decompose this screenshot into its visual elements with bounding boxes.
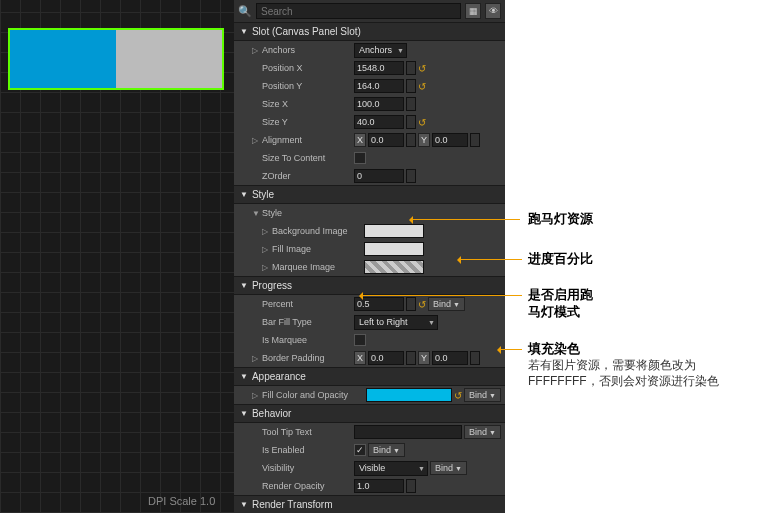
- marquee-image-label: Marquee Image: [272, 262, 364, 272]
- anno-fill-color: 填充染色: [528, 341, 580, 358]
- anchors-dropdown[interactable]: Anchors: [354, 43, 407, 58]
- bar-fill-type-label: Bar Fill Type: [262, 317, 354, 327]
- tooltip-bind-button[interactable]: Bind: [464, 425, 501, 439]
- size-x-label: Size X: [262, 99, 354, 109]
- fill-image-swatch[interactable]: [364, 242, 424, 256]
- position-x-label: Position X: [262, 63, 354, 73]
- is-enabled-checkbox[interactable]: ✓: [354, 444, 366, 456]
- tooltip-input[interactable]: [354, 425, 462, 439]
- eye-icon[interactable]: 👁: [485, 3, 501, 19]
- visibility-dropdown[interactable]: Visible: [354, 461, 428, 476]
- zorder-label: ZOrder: [262, 171, 354, 181]
- is-enabled-bind-button[interactable]: Bind: [368, 443, 405, 457]
- size-to-content-checkbox[interactable]: [354, 152, 366, 164]
- anno-marquee: 跑马灯资源: [528, 211, 593, 228]
- reset-icon[interactable]: ↺: [418, 299, 426, 310]
- section-slot[interactable]: ▼Slot (Canvas Panel Slot): [234, 22, 505, 41]
- is-marquee-checkbox[interactable]: [354, 334, 366, 346]
- visibility-bind-button[interactable]: Bind: [430, 461, 467, 475]
- is-enabled-label: Is Enabled: [262, 445, 354, 455]
- section-behavior[interactable]: ▼Behavior: [234, 404, 505, 423]
- border-padding-label: Border Padding: [262, 353, 354, 363]
- section-style[interactable]: ▼Style: [234, 185, 505, 204]
- grid-view-icon[interactable]: ▦: [465, 3, 481, 19]
- anno-percent: 进度百分比: [528, 251, 593, 268]
- annotations-overlay: 跑马灯资源 进度百分比 是否启用跑 马灯模式 填充染色 若有图片资源，需要将颜色…: [510, 0, 764, 513]
- position-y-label: Position Y: [262, 81, 354, 91]
- visibility-label: Visibility: [262, 463, 354, 473]
- render-opacity-label: Render Opacity: [262, 481, 354, 491]
- is-marquee-label: Is Marquee: [262, 335, 354, 345]
- fill-color-swatch[interactable]: [366, 388, 452, 402]
- chevron-down-icon: ▼: [240, 27, 248, 36]
- arrow-icon: [360, 295, 522, 296]
- bg-image-swatch[interactable]: [364, 224, 424, 238]
- border-padding-x-input[interactable]: [368, 351, 404, 365]
- search-icon: 🔍: [238, 5, 252, 18]
- alignment-label: Alignment: [262, 135, 354, 145]
- details-panel: 🔍 ▦ 👁 ▼Slot (Canvas Panel Slot) ▷Anchors…: [234, 0, 505, 513]
- arrow-icon: [410, 219, 520, 220]
- size-x-input[interactable]: [354, 97, 404, 111]
- section-render-transform[interactable]: ▼Render Transform: [234, 495, 505, 513]
- reset-icon[interactable]: ↺: [418, 117, 426, 128]
- arrow-icon: [498, 349, 522, 350]
- chevron-right-icon[interactable]: ▷: [252, 46, 262, 55]
- position-x-input[interactable]: [354, 61, 404, 75]
- alignment-x-input[interactable]: [368, 133, 404, 147]
- details-search-bar: 🔍 ▦ 👁: [234, 0, 505, 22]
- reset-icon[interactable]: ↺: [418, 63, 426, 74]
- render-opacity-input[interactable]: [354, 479, 404, 493]
- dpi-scale-label: DPI Scale 1.0: [148, 495, 215, 507]
- chevron-down-icon[interactable]: ▼: [252, 209, 262, 218]
- canvas-viewport[interactable]: DPI Scale 1.0: [0, 0, 234, 513]
- zorder-input[interactable]: [354, 169, 404, 183]
- progress-fill: [10, 30, 116, 88]
- alignment-y-input[interactable]: [432, 133, 468, 147]
- reset-icon[interactable]: ↺: [418, 81, 426, 92]
- anchors-label: Anchors: [262, 45, 354, 55]
- percent-label: Percent: [262, 299, 354, 309]
- border-padding-y-input[interactable]: [432, 351, 468, 365]
- search-input[interactable]: [256, 3, 461, 19]
- bg-image-label: Background Image: [272, 226, 364, 236]
- anno-fill-color-sub: 若有图片资源，需要将颜色改为FFFFFFFF，否则会对资源进行染色: [528, 358, 758, 389]
- fill-color-bind-button[interactable]: Bind: [464, 388, 501, 402]
- section-progress[interactable]: ▼Progress: [234, 276, 505, 295]
- progress-empty: [116, 30, 222, 88]
- reset-icon[interactable]: ↺: [454, 390, 462, 401]
- arrow-icon: [458, 259, 522, 260]
- tooltip-label: Tool Tip Text: [262, 427, 354, 437]
- size-y-input[interactable]: [354, 115, 404, 129]
- fill-image-label: Fill Image: [272, 244, 364, 254]
- anno-is-marquee: 是否启用跑 马灯模式: [528, 287, 593, 321]
- fill-color-label: Fill Color and Opacity: [262, 390, 366, 400]
- chevron-right-icon[interactable]: ▷: [252, 136, 262, 145]
- marquee-image-swatch[interactable]: [364, 260, 424, 274]
- section-appearance[interactable]: ▼Appearance: [234, 367, 505, 386]
- bar-fill-type-dropdown[interactable]: Left to Right: [354, 315, 438, 330]
- position-y-input[interactable]: [354, 79, 404, 93]
- spinner[interactable]: [406, 61, 416, 75]
- size-to-content-label: Size To Content: [262, 153, 354, 163]
- size-y-label: Size Y: [262, 117, 354, 127]
- percent-bind-button[interactable]: Bind: [428, 297, 465, 311]
- progressbar-widget-preview[interactable]: [8, 28, 224, 90]
